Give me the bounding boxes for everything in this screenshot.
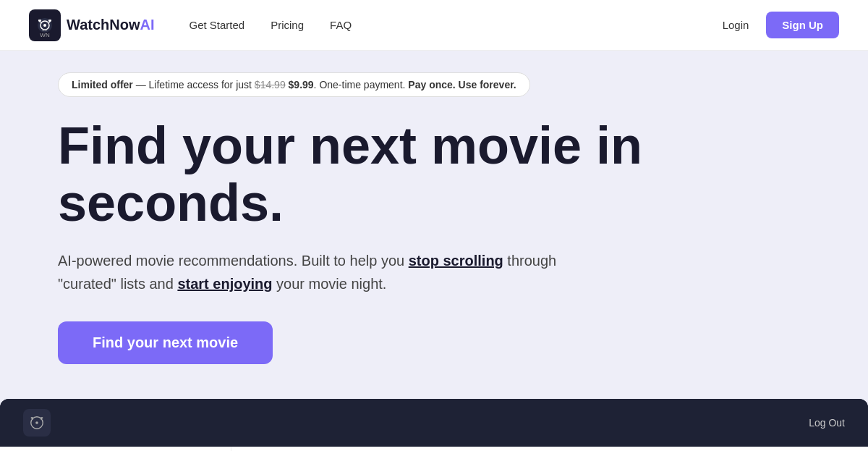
logo-icon: WN (29, 9, 61, 41)
tab-new[interactable]: New (246, 447, 291, 451)
nav-right: Login Sign Up (723, 12, 839, 38)
signup-button[interactable]: Sign Up (766, 12, 839, 38)
app-topbar: Log Out (0, 399, 868, 447)
svg-text:WN: WN (42, 28, 47, 32)
nav-link-faq[interactable]: FAQ (330, 19, 352, 31)
promo-cta-text: Pay once. Use forever. (408, 79, 516, 90)
app-logo-mini (23, 409, 51, 437)
hero-emphasis-enjoy: start enjoying (177, 276, 272, 292)
promo-old-price: $14.99 (255, 79, 286, 90)
promo-new-price: $9.99 (289, 79, 314, 90)
hero-title: Find your next movie in seconds. (58, 117, 709, 232)
svg-rect-12 (31, 418, 33, 419)
app-preview: Log Out Search for your next movie here … (0, 399, 868, 451)
nav-link-pricing[interactable]: Pricing (271, 19, 304, 31)
svg-rect-13 (41, 418, 43, 419)
brand-logo[interactable]: WN WatchNowAI (29, 9, 154, 41)
app-main: New Watchlist Billy Billy Madison ⊞ (231, 447, 868, 451)
tab-watchlist[interactable]: Watchlist (291, 447, 354, 451)
app-logout-button[interactable]: Log Out (809, 417, 845, 429)
svg-rect-5 (48, 20, 51, 22)
nav-link-get-started[interactable]: Get Started (189, 19, 244, 31)
navbar: WN WatchNowAI Get Started Pricing FAQ Lo… (0, 0, 868, 51)
nav-links: Get Started Pricing FAQ (189, 19, 722, 31)
hero-emphasis-stop: stop scrolling (409, 253, 503, 269)
app-tabs: New Watchlist (231, 447, 868, 451)
hero-section: Limited offer — Lifetime access for just… (0, 51, 868, 451)
svg-point-6 (43, 24, 46, 27)
hero-subtitle: AI-powered movie recommendations. Built … (58, 249, 579, 295)
app-mini-icon (23, 409, 51, 437)
app-sidebar: Search for your next movie here Add your… (0, 447, 231, 451)
promo-limited: Limited offer (72, 79, 133, 90)
promo-banner: Limited offer — Lifetime access for just… (58, 72, 530, 97)
promo-text: Lifetime access for just (149, 79, 255, 90)
svg-point-9 (35, 422, 38, 425)
svg-rect-4 (38, 20, 41, 22)
cta-button[interactable]: Find your next movie (58, 321, 273, 364)
login-button[interactable]: Login (723, 19, 749, 31)
brand-name: WatchNowAI (67, 17, 154, 33)
app-content: Search for your next movie here Add your… (0, 447, 868, 451)
